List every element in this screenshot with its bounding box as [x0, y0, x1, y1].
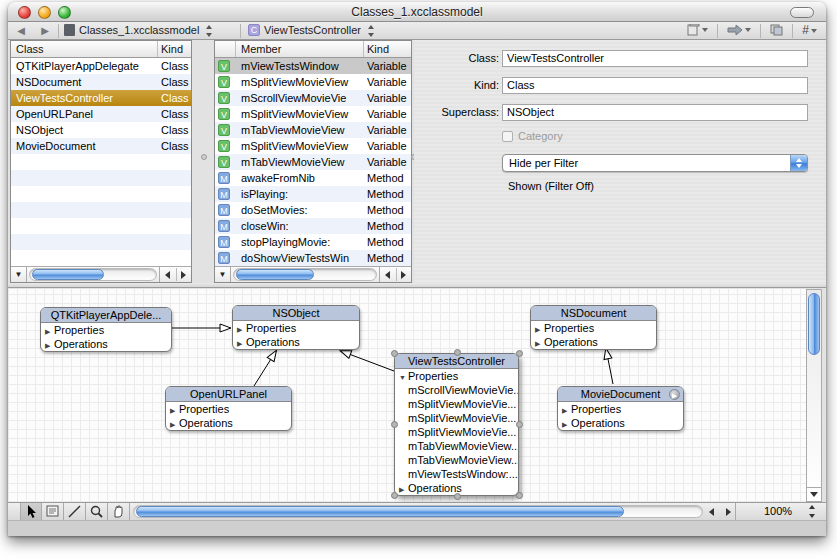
selection-handle[interactable]: [391, 350, 398, 357]
scroll-thumb[interactable]: [808, 293, 820, 355]
hand-tool-button[interactable]: [108, 503, 130, 520]
compartment-row[interactable]: ▶Properties: [166, 402, 291, 416]
scroll-down-button[interactable]: [807, 487, 821, 501]
member-item-row[interactable]: mViewTestsWindow:...: [395, 467, 518, 481]
class-row[interactable]: OpenURLPanelClass: [11, 106, 191, 122]
class-list-scrollbar[interactable]: ▼: [11, 266, 191, 282]
list-menu-button[interactable]: ▼: [11, 267, 27, 282]
disclosure-closed-icon[interactable]: ▶: [237, 337, 246, 349]
member-row[interactable]: McloseWin:Method: [215, 218, 411, 234]
horizontal-splitter[interactable]: [8, 283, 826, 288]
member-item-row[interactable]: mSplitViewMovieVie...: [395, 411, 518, 425]
category-checkbox[interactable]: [502, 131, 513, 142]
superclass-field[interactable]: NSObject: [502, 104, 808, 121]
diagram-class-box-nsdoc[interactable]: NSDocument▶Properties▶Operations: [530, 305, 657, 350]
member-row[interactable]: MawakeFromNibMethod: [215, 170, 411, 186]
disclosure-closed-icon[interactable]: ▶: [170, 404, 179, 416]
compartment-row[interactable]: ▼Properties: [395, 369, 518, 383]
class-field[interactable]: ViewTestsController: [502, 50, 808, 67]
compartment-row[interactable]: ▶Properties: [531, 321, 656, 335]
member-list-header[interactable]: Member Kind: [215, 41, 411, 58]
member-row[interactable]: MdoSetMovies:Method: [215, 202, 411, 218]
layers-button[interactable]: [765, 22, 788, 40]
member-row[interactable]: VmTabViewMovieViewVariable: [215, 154, 411, 170]
class-row[interactable]: ViewTestsControllerClass: [11, 90, 191, 106]
member-item-row[interactable]: mTabViewMovieView...: [395, 439, 518, 453]
scroll-thumb[interactable]: [136, 506, 624, 517]
class-row[interactable]: NSObjectClass: [11, 122, 191, 138]
rollup-badge-icon[interactable]: ▶: [669, 389, 680, 400]
scroll-arrows[interactable]: [379, 267, 411, 282]
box-title[interactable]: NSObject: [233, 306, 359, 321]
scroll-arrows[interactable]: [705, 503, 735, 520]
note-tool-button[interactable]: [42, 503, 64, 520]
diagram-class-box-openurl[interactable]: OpenURLPanel▶Properties▶Operations: [165, 386, 292, 431]
class-list-header[interactable]: Class Kind: [11, 41, 191, 58]
disclosure-closed-icon[interactable]: ▶: [237, 323, 246, 335]
arrow-menu-button[interactable]: [722, 22, 756, 40]
diagram-hscrollbar[interactable]: [133, 505, 703, 518]
diagram-class-box-vtc[interactable]: ViewTestsController▼PropertiesmScrollVie…: [394, 353, 519, 496]
filter-popup[interactable]: Hide per Filter: [502, 154, 808, 172]
member-row[interactable]: VmScrollViewMovieVieVariable: [215, 90, 411, 106]
member-list-scrollbar[interactable]: ▼: [215, 266, 411, 282]
member-item-row[interactable]: mScrollViewMovieVie...: [395, 383, 518, 397]
disclosure-closed-icon[interactable]: ▶: [535, 323, 544, 335]
disclosure-closed-icon[interactable]: ▶: [562, 404, 571, 416]
file-popup[interactable]: Classes_1.xcclassmodel: [64, 22, 214, 40]
member-item-row[interactable]: mSplitViewMovieVie...: [395, 425, 518, 439]
selection-handle[interactable]: [391, 492, 398, 499]
disclosure-closed-icon[interactable]: ▶: [45, 339, 54, 351]
member-row[interactable]: VmViewTestsWindowVariable: [215, 58, 411, 74]
diagram-class-box-qtkit[interactable]: QTKitPlayerAppDele...▶Properties▶Operati…: [40, 307, 172, 352]
compartment-row[interactable]: ▶Properties: [233, 321, 359, 335]
disclosure-closed-icon[interactable]: ▶: [170, 418, 179, 430]
title-bar[interactable]: Classes_1.xcclassmodel: [8, 2, 826, 22]
pane-splitter-grip[interactable]: [201, 154, 207, 160]
selection-handle[interactable]: [454, 349, 461, 356]
disclosure-closed-icon[interactable]: ▶: [535, 337, 544, 349]
number-menu-button[interactable]: #: [797, 22, 822, 40]
disclosure-open-icon[interactable]: ▼: [399, 371, 408, 383]
class-row[interactable]: MovieDocumentClass: [11, 138, 191, 154]
box-title[interactable]: NSDocument: [531, 306, 656, 321]
selection-handle[interactable]: [516, 421, 523, 428]
compartment-row[interactable]: ▶Operations: [531, 335, 656, 349]
disclosure-closed-icon[interactable]: ▶: [562, 418, 571, 430]
compartment-row[interactable]: ▶Properties: [41, 323, 171, 337]
scroll-thumb[interactable]: [32, 269, 104, 280]
toolbar-toggle-button[interactable]: [790, 7, 814, 18]
member-row[interactable]: MdoShowViewTestsWinMethod: [215, 250, 411, 266]
selection-handle[interactable]: [391, 421, 398, 428]
scroll-thumb[interactable]: [236, 269, 314, 280]
compartment-row[interactable]: ▶Operations: [41, 337, 171, 351]
magnify-tool-button[interactable]: [86, 503, 108, 520]
pointer-tool-button[interactable]: [20, 503, 42, 520]
box-title[interactable]: MovieDocument▶: [558, 387, 683, 402]
member-row[interactable]: VmSplitViewMovieViewVariable: [215, 74, 411, 90]
class-row[interactable]: NSDocumentClass: [11, 74, 191, 90]
forward-button[interactable]: ▶: [34, 22, 56, 40]
class-row[interactable]: QTKitPlayerAppDelegateClass: [11, 58, 191, 74]
line-tool-button[interactable]: [64, 503, 86, 520]
compartment-row[interactable]: ▶Operations: [558, 416, 683, 430]
back-button[interactable]: ◀: [10, 22, 32, 40]
member-row[interactable]: MstopPlayingMovie:Method: [215, 234, 411, 250]
compartment-row[interactable]: ▶Operations: [166, 416, 291, 430]
page-menu-button[interactable]: [682, 22, 713, 40]
zoom-stepper-icon[interactable]: [808, 503, 818, 520]
kind-field[interactable]: Class: [502, 77, 808, 94]
selection-handle[interactable]: [516, 350, 523, 357]
diagram-vscrollbar[interactable]: [806, 289, 822, 502]
member-row[interactable]: VmTabViewMovieViewVariable: [215, 122, 411, 138]
member-row[interactable]: VmSplitViewMovieViewVariable: [215, 138, 411, 154]
diagram-class-box-moviedoc[interactable]: MovieDocument▶▶Properties▶Operations: [557, 386, 684, 431]
member-item-row[interactable]: mTabViewMovieView...: [395, 453, 518, 467]
member-row[interactable]: VmSplitViewMovieViewVariable: [215, 106, 411, 122]
box-title[interactable]: ViewTestsController: [395, 354, 518, 369]
scroll-arrows[interactable]: [159, 267, 191, 282]
class-popup[interactable]: CViewTestsController: [248, 22, 376, 40]
member-row[interactable]: MisPlaying:Method: [215, 186, 411, 202]
compartment-row[interactable]: ▶Operations: [233, 335, 359, 349]
zoom-control[interactable]: 100%: [735, 503, 820, 520]
